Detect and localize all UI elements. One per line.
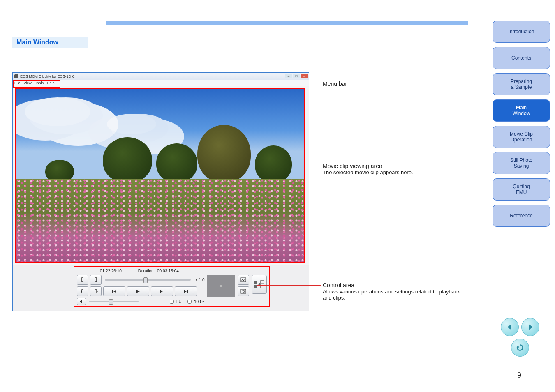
svg-marker-1 (529, 324, 533, 330)
svg-rect-5 (112, 290, 113, 293)
svg-marker-3 (81, 290, 82, 293)
step-forward-icon (183, 289, 189, 293)
sidebar-item-label: Movie Clip (510, 131, 533, 137)
go-out-button[interactable] (90, 286, 102, 296)
control-area: 01:22:26:10 Duration 00:03:15:04 (13, 265, 309, 311)
callout-line (309, 166, 321, 166)
sidebar-item-still-photo[interactable]: Still Photo Saving (493, 152, 550, 174)
titlebar: EOS MOVIE Utility for EOS-1D C – □ × (13, 73, 309, 80)
merge-clips-button[interactable] (252, 275, 267, 294)
menu-file[interactable]: File (14, 81, 21, 85)
sidebar-item-label: Saving (514, 163, 529, 169)
sidebar-item-quitting[interactable]: Quitting EMU (493, 178, 550, 201)
hundred-checkbox-input[interactable] (187, 300, 192, 304)
sidebar-item-introduction[interactable]: Introduction (493, 21, 550, 43)
hundred-checkbox[interactable]: 100% (186, 298, 205, 305)
movie-preview-area (15, 88, 305, 263)
sidebar-item-movie-clip[interactable]: Movie Clip Operation (493, 126, 550, 148)
sidebar-item-label: Window (513, 111, 530, 116)
sidebar-item-label: Still Photo (510, 157, 532, 163)
lut-checkbox[interactable]: LUT (168, 298, 184, 305)
callout-viewarea: Movie clip viewing area The selected mov… (323, 163, 413, 175)
sidebar-nav: Introduction Contents Preparing a Sample… (493, 21, 550, 227)
volume-slider[interactable] (89, 301, 139, 302)
sidebar-item-label: Contents (511, 55, 531, 61)
section-heading: Main Window (12, 37, 88, 48)
play-range-button[interactable] (151, 286, 173, 296)
play-button[interactable] (127, 286, 149, 296)
step-back-button[interactable] (103, 286, 125, 296)
speed-slider[interactable] (105, 279, 191, 281)
callout-title: Movie clip viewing area (323, 163, 413, 169)
svg-rect-9 (164, 290, 164, 293)
page-number: 9 (517, 371, 521, 380)
slider-thumb[interactable] (143, 277, 148, 283)
svg-marker-7 (136, 290, 140, 293)
menu-view[interactable]: View (24, 81, 32, 85)
callout-title: Control area (323, 282, 462, 288)
bracket-left-icon (81, 277, 85, 282)
merge-icon (253, 279, 265, 289)
sidebar-item-preparing[interactable]: Preparing a Sample (493, 73, 550, 95)
svg-marker-12 (80, 300, 82, 303)
svg-marker-10 (184, 290, 187, 293)
callout-desc: Allows various operations and settings r… (323, 288, 462, 301)
image-icon (240, 277, 246, 282)
svg-marker-0 (507, 324, 511, 330)
next-page-button[interactable] (521, 318, 539, 336)
guide-box[interactable] (207, 275, 235, 297)
app-screenshot: EOS MOVIE Utility for EOS-1D C – □ × Fil… (12, 72, 308, 311)
go-in-button[interactable] (77, 286, 88, 296)
callout-menubar: Menu bar (323, 81, 347, 87)
triangle-right-icon (526, 323, 534, 331)
callout-title: Menu bar (323, 81, 347, 87)
app-title: EOS MOVIE Utility for EOS-1D C (20, 74, 75, 78)
duration-value: 00:03:15:04 (157, 269, 179, 273)
go-out-icon (93, 289, 98, 293)
timecode-value: 01:22:26:10 (100, 269, 122, 273)
close-button[interactable]: × (301, 74, 308, 78)
menu-help[interactable]: Help (47, 81, 55, 85)
sidebar-item-reference[interactable]: Reference (493, 205, 550, 227)
play-range-icon (159, 289, 165, 293)
svg-marker-4 (97, 290, 98, 293)
speaker-icon (79, 300, 83, 304)
app-icon (14, 74, 18, 78)
slider-thumb[interactable] (109, 299, 113, 305)
sidebar-item-label: Quitting (513, 184, 530, 189)
capture-auto-button[interactable] (238, 286, 249, 296)
menubar: File View Tools Help (13, 80, 309, 86)
callout-controlarea: Control area Allows various operations a… (323, 282, 462, 301)
sidebar-item-contents[interactable]: Contents (493, 47, 550, 69)
menu-tools[interactable]: Tools (35, 81, 44, 85)
sidebar-item-label: Main (516, 105, 527, 111)
mark-out-button[interactable] (90, 275, 102, 285)
svg-rect-11 (187, 290, 188, 293)
window-buttons: – □ × (285, 74, 308, 78)
sidebar-item-main-window[interactable]: Main Window (493, 99, 550, 122)
bracket-right-icon (94, 277, 98, 282)
horizontal-rule (12, 62, 469, 62)
sidebar-item-label: Preparing (511, 78, 532, 84)
callout-desc: The selected movie clip appears here. (323, 169, 413, 175)
back-button[interactable] (511, 339, 529, 357)
speed-label: x 1.0 (196, 278, 205, 282)
sidebar-item-label: Operation (511, 137, 532, 143)
pager (497, 318, 543, 359)
minimize-button[interactable]: – (285, 74, 292, 78)
step-forward-button[interactable] (175, 286, 197, 296)
volume-button[interactable] (77, 298, 86, 305)
triangle-left-icon (506, 323, 514, 331)
callout-line (59, 84, 321, 84)
top-accent-bar (106, 21, 468, 25)
capture-still-button[interactable] (238, 275, 249, 285)
maximize-button[interactable]: □ (293, 74, 300, 78)
prev-page-button[interactable] (501, 318, 519, 336)
lut-checkbox-input[interactable] (170, 300, 174, 304)
mark-in-button[interactable] (77, 275, 88, 285)
duration-label-group: Duration 00:03:15:04 (138, 269, 179, 273)
sidebar-item-label: a Sample (511, 84, 532, 90)
app-window: EOS MOVIE Utility for EOS-1D C – □ × Fil… (12, 72, 309, 311)
preview-image (16, 89, 304, 262)
svg-rect-18 (261, 281, 264, 288)
